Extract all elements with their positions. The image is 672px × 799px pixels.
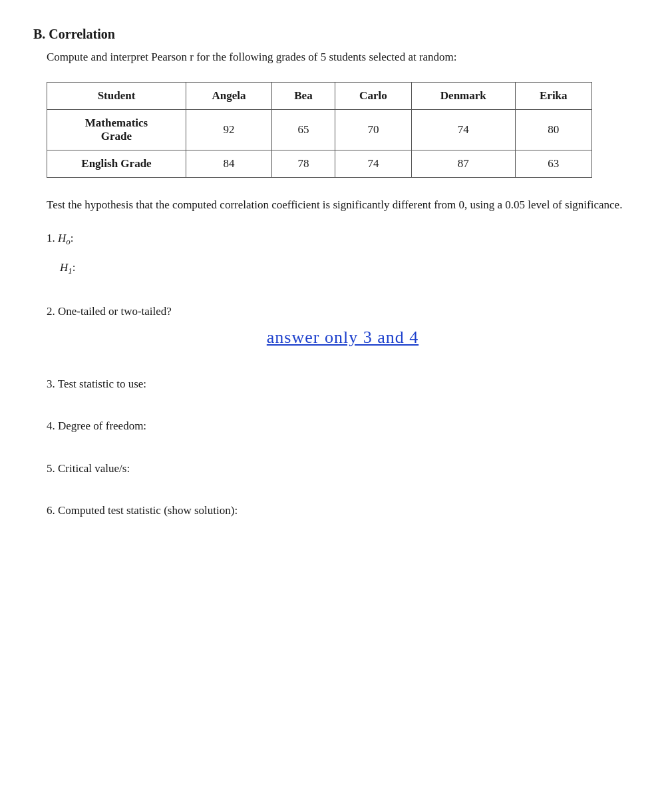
col-header-erika: Erika xyxy=(515,82,591,109)
items-section: 1. Ho: H1: 2. One-tailed or two-tailed? … xyxy=(47,229,639,519)
col-header-carlo: Carlo xyxy=(335,82,411,109)
h1-notation: H1 xyxy=(60,261,73,274)
cell-math-denmark: 74 xyxy=(412,109,516,150)
answer-overlay: answer only 3 and 4 xyxy=(47,324,639,352)
row-label-math: MathematicsGrade xyxy=(47,109,186,150)
item-3: 3. Test statistic to use: xyxy=(47,375,639,393)
data-table-wrapper: Student Angela Bea Carlo Denmark Erika M… xyxy=(47,82,639,178)
item-4-text: 4. Degree of freedom: xyxy=(47,419,146,432)
cell-english-denmark: 87 xyxy=(412,150,516,177)
item-1: 1. Ho: H1: xyxy=(47,229,639,278)
col-header-student: Student xyxy=(47,82,186,109)
intro-text: Compute and interpret Pearson r for the … xyxy=(47,49,639,66)
item-1-h0-label: 1. Ho: xyxy=(47,229,639,249)
item-6-text: 6. Computed test statistic (show solutio… xyxy=(47,504,238,517)
col-header-bea: Bea xyxy=(272,82,335,109)
item-5-text: 5. Critical value/s: xyxy=(47,462,130,475)
item-2: 2. One-tailed or two-tailed? answer only… xyxy=(47,302,639,351)
col-header-denmark: Denmark xyxy=(412,82,516,109)
item-4: 4. Degree of freedom: xyxy=(47,417,639,435)
cell-english-erika: 63 xyxy=(515,150,591,177)
item-3-text: 3. Test statistic to use: xyxy=(47,378,146,390)
cell-english-carlo: 74 xyxy=(335,150,411,177)
item-2-text: 2. One-tailed or two-tailed? xyxy=(47,305,172,318)
grades-table: Student Angela Bea Carlo Denmark Erika M… xyxy=(47,82,592,178)
col-header-angela: Angela xyxy=(186,82,271,109)
cell-english-angela: 84 xyxy=(186,150,271,177)
item-5: 5. Critical value/s: xyxy=(47,459,639,477)
cell-math-carlo: 70 xyxy=(335,109,411,150)
table-row: English Grade 84 78 74 87 63 xyxy=(47,150,592,177)
item-1-h1-label: H1: xyxy=(60,258,639,278)
item-6: 6. Computed test statistic (show solutio… xyxy=(47,501,639,519)
cell-math-erika: 80 xyxy=(515,109,591,150)
table-row: MathematicsGrade 92 65 70 74 80 xyxy=(47,109,592,150)
cell-math-angela: 92 xyxy=(186,109,271,150)
h0-notation: Ho xyxy=(58,232,71,244)
cell-math-bea: 65 xyxy=(272,109,335,150)
row-label-english: English Grade xyxy=(47,150,186,177)
section-title: B. Correlation xyxy=(33,27,639,42)
hypothesis-text: Test the hypothesis that the computed co… xyxy=(47,196,639,214)
cell-english-bea: 78 xyxy=(272,150,335,177)
